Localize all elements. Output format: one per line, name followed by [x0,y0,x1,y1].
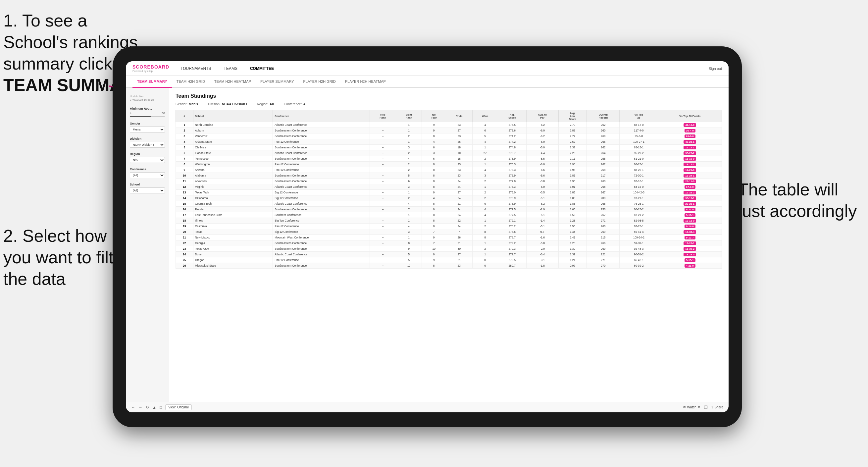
cell-school[interactable]: East Tennessee State [193,212,273,218]
cell-school[interactable]: Illinois [193,218,273,224]
cell-rank: 12 [176,184,193,190]
cell-school[interactable]: Alabama [193,173,273,179]
cell-value: – [370,257,396,263]
tab-player-h2h-grid[interactable]: PLAYER H2H GRID [299,76,340,88]
cell-conference: Southeastern Conference [273,241,370,246]
cell-conference: Southern Conference [273,212,370,218]
cell-school[interactable]: Georgia [193,241,273,246]
watch-button[interactable]: 👁 Watch ▼ [683,405,701,409]
cell-school[interactable]: California [193,224,273,229]
region-select[interactable]: N/A All [130,157,165,163]
logo-area: SCOREBOARD Powered by clippi [132,64,169,72]
cell-conference: Mountain West Conference [273,235,370,241]
view-original-button[interactable]: View: Original [165,404,192,410]
nav-committee[interactable]: COMMITTEE [249,61,275,76]
cell-school[interactable]: Duke [193,252,273,257]
cell-value: -5.1 [526,195,558,201]
col-rnds: Rnds [446,110,472,122]
cell-school[interactable]: Texas Tech [193,190,273,195]
cell-school[interactable]: Tennessee [193,156,273,162]
cell-rank: 11 [176,179,193,184]
cell-value: 276.3 [498,162,527,167]
bookmark-icon[interactable]: □ [160,405,162,410]
update-time: Update time: 27/03/2024 16:56:26 [130,94,165,102]
cell-value: 7 [422,241,446,246]
cell-school[interactable]: Texas [193,229,273,235]
instruction-step2: 2. Select how you want to filter the dat… [3,225,129,290]
cell-value: 280.7 [498,263,527,269]
cell-value: 260 [587,224,620,229]
cell-value: 22 [446,218,472,224]
cell-school[interactable]: New Mexico [193,235,273,241]
col-wins: Wins [472,110,498,122]
cell-value: -5.1 [526,224,558,229]
cell-value: 4 [396,156,422,162]
cell-school[interactable]: Mississippi State [193,263,273,269]
cell-value: 92-48-3 [620,246,658,252]
cell-school[interactable]: Arkansas [193,179,273,184]
cell-rank: 22 [176,241,193,246]
cell-school[interactable]: Georgia Tech [193,201,273,207]
cell-value: – [370,201,396,207]
cell-value: 9 [422,252,446,257]
cell-value: 1.55 [558,212,587,218]
division-select[interactable]: NCAA Division I NCAA Division II NAIA [130,142,165,148]
cell-value: 83-25-1 [620,224,658,229]
col-school: School [193,110,273,122]
tab-team-summary[interactable]: TEAM SUMMARY [132,76,172,88]
filter-conference: Conference (All) [130,167,165,178]
cell-value: – [370,195,396,201]
cell-value: -5.5 [526,156,558,162]
cell-score-badge: 9-14-0 [658,224,722,229]
cell-school[interactable]: Florida State [193,150,273,156]
cell-school[interactable]: Auburn [193,128,273,133]
cell-rank: 10 [176,173,193,179]
cell-value: 4 [472,122,498,128]
tab-player-summary[interactable]: PLAYER SUMMARY [256,76,299,88]
cell-value: 23 [446,173,472,179]
cell-school[interactable]: Virginia [193,184,273,190]
cell-conference: Southeastern Conference [273,128,370,133]
cell-school[interactable]: Texas A&M [193,246,273,252]
cell-school[interactable]: Arizona [193,167,273,173]
tab-team-h2h-heatmap[interactable]: TEAM H2H HEATMAP [210,76,256,88]
filter-minimum-rank: Minimum Rou... 4 30 [130,107,165,117]
rank-slider[interactable] [130,116,165,117]
cell-value: 2.20 [558,150,587,156]
cell-value: 60-39-2 [620,263,658,269]
cell-school[interactable]: Oregon [193,257,273,263]
cell-conference: Big 12 Conference [273,229,370,235]
cell-value: 8 [422,184,446,190]
cell-school[interactable]: Florida [193,207,273,212]
gender-select[interactable]: Men's Women's [130,126,165,132]
cell-school[interactable]: Oklahoma [193,195,273,201]
cell-value: 276.9 [498,195,527,201]
nav-tournaments[interactable]: TOURNAMENTS [179,61,212,76]
tab-player-h2h-heatmap[interactable]: PLAYER H2H HEATMAP [340,76,391,88]
cell-school[interactable]: Vanderbilt [193,133,273,139]
cell-score-badge: 12-14-1 [658,145,722,150]
tab-team-h2h-grid[interactable]: TEAM H2H GRID [172,76,210,88]
share-small-icon[interactable]: ▲ [152,405,156,410]
cell-value: 59-39-1 [620,241,658,246]
refresh-icon[interactable]: ↻ [146,405,149,410]
nav-teams[interactable]: TEAMS [222,61,239,76]
share-button[interactable]: ⇧ Share [711,405,723,409]
cell-school[interactable]: Arizona State [193,139,273,145]
resize-icon[interactable]: ❐ [704,405,708,410]
forward-icon[interactable]: → [138,405,143,410]
table-row: 11ArkansasSoutheastern Conference–682422… [176,179,722,184]
sign-out-button[interactable]: Sign out [709,67,722,70]
cell-value: 104-42-3 [620,190,658,195]
cell-value: – [370,246,396,252]
cell-school[interactable]: North Carolina [193,122,273,128]
cell-school[interactable]: Washington [193,162,273,167]
back-icon[interactable]: ← [131,405,135,410]
conference-select[interactable]: (All) [130,172,165,178]
cell-value: 269 [587,229,620,235]
cell-school[interactable]: Ole Miss [193,145,273,150]
school-select[interactable]: (All) [130,187,165,193]
cell-value: -6.2 [526,201,558,207]
cell-value: 24 [446,224,472,229]
cell-value: 82-03-5 [620,218,658,224]
